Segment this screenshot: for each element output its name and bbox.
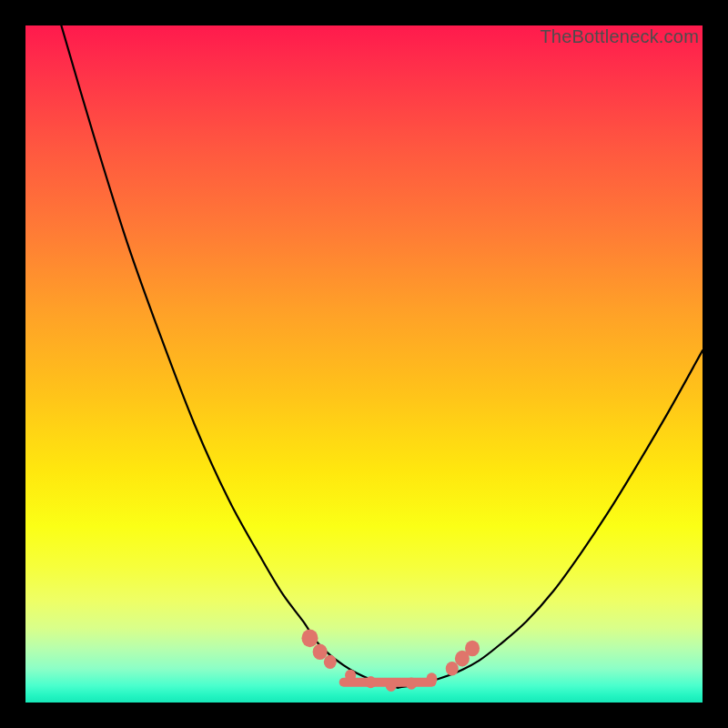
marker-dot [313,643,328,660]
marker-dot [446,662,459,675]
plot-area [25,25,703,703]
marker-dot [386,680,397,692]
marker-dot [301,629,318,647]
chart-svg [25,25,703,703]
marker-dot [406,678,417,690]
curve-right [398,350,703,688]
marker-dot [426,672,437,684]
chart-frame: TheBottleneck.com [0,0,728,728]
marker-dot [465,641,480,657]
curve-left [59,25,398,688]
marker-dot [345,670,356,682]
marker-dot [365,676,376,688]
marker-group [301,629,480,692]
marker-dot [324,655,337,669]
